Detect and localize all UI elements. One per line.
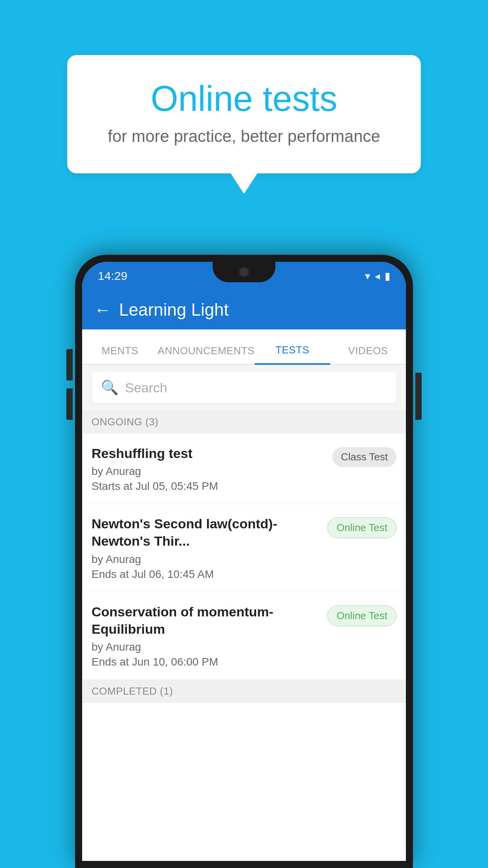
search-bar[interactable]: 🔍 Search (92, 372, 396, 403)
completed-label: COMPLETED (1) (92, 685, 173, 697)
signal-icon: ◂ (375, 270, 380, 282)
test-name: Conservation of momentum-Equilibrium (92, 603, 319, 638)
test-item[interactable]: Newton's Second law(contd)-Newton's Thir… (82, 504, 406, 592)
search-container: 🔍 Search (82, 365, 406, 410)
status-time: 14:29 (98, 269, 127, 283)
test-name: Newton's Second law(contd)-Newton's Thir… (92, 515, 319, 550)
test-info: Reshuffling test by Anurag Starts at Jul… (92, 445, 332, 493)
volume-down-button (66, 388, 73, 420)
status-icons: ▾ ◂ ▮ (365, 270, 390, 282)
bubble-title: Online tests (99, 79, 389, 119)
test-badge: Class Test (332, 447, 396, 467)
tab-announcements[interactable]: ANNOUNCEMENTS (158, 329, 255, 364)
wifi-icon: ▾ (365, 270, 370, 282)
test-list: Reshuffling test by Anurag Starts at Jul… (82, 434, 406, 680)
ongoing-label: ONGOING (3) (92, 416, 158, 428)
speech-bubble: Online tests for more practice, better p… (67, 55, 421, 173)
phone-frame: 14:29 ▾ ◂ ▮ ← Learning Light MENTS ANNOU… (75, 255, 413, 868)
test-item[interactable]: Conservation of momentum-Equilibrium by … (82, 592, 406, 680)
app-bar-title: Learning Light (119, 300, 229, 320)
test-name: Reshuffling test (92, 445, 325, 462)
test-info: Newton's Second law(contd)-Newton's Thir… (92, 515, 327, 580)
back-button[interactable]: ← (94, 300, 111, 320)
test-badge: Online Test (327, 517, 396, 538)
test-time: Ends at Jul 06, 10:45 AM (92, 568, 319, 581)
tab-bar: MENTS ANNOUNCEMENTS TESTS VIDEOS (82, 329, 406, 365)
test-badge: Online Test (327, 605, 396, 626)
test-time: Ends at Jun 10, 06:00 PM (92, 656, 319, 668)
front-camera (239, 267, 249, 277)
test-item[interactable]: Reshuffling test by Anurag Starts at Jul… (82, 434, 406, 504)
phone-screen: 14:29 ▾ ◂ ▮ ← Learning Light MENTS ANNOU… (82, 262, 406, 861)
tab-videos[interactable]: VIDEOS (330, 329, 406, 364)
promo-banner: Online tests for more practice, better p… (67, 55, 421, 173)
volume-up-button (66, 349, 73, 381)
tab-tests[interactable]: TESTS (255, 330, 330, 365)
test-info: Conservation of momentum-Equilibrium by … (92, 603, 327, 668)
app-bar: ← Learning Light (82, 290, 406, 329)
completed-section-header: COMPLETED (1) (82, 680, 406, 703)
tab-assignments[interactable]: MENTS (82, 329, 158, 364)
test-time: Starts at Jul 05, 05:45 PM (92, 480, 325, 493)
bubble-subtitle: for more practice, better performance (99, 127, 389, 146)
ongoing-section-header: ONGOING (3) (82, 410, 406, 434)
search-icon: 🔍 (101, 379, 119, 396)
phone-notch (213, 262, 275, 282)
test-author: by Anurag (92, 641, 319, 653)
search-input[interactable]: Search (125, 380, 167, 395)
power-button (415, 373, 422, 420)
test-author: by Anurag (92, 553, 319, 566)
test-author: by Anurag (92, 465, 325, 478)
battery-icon: ▮ (385, 270, 390, 282)
